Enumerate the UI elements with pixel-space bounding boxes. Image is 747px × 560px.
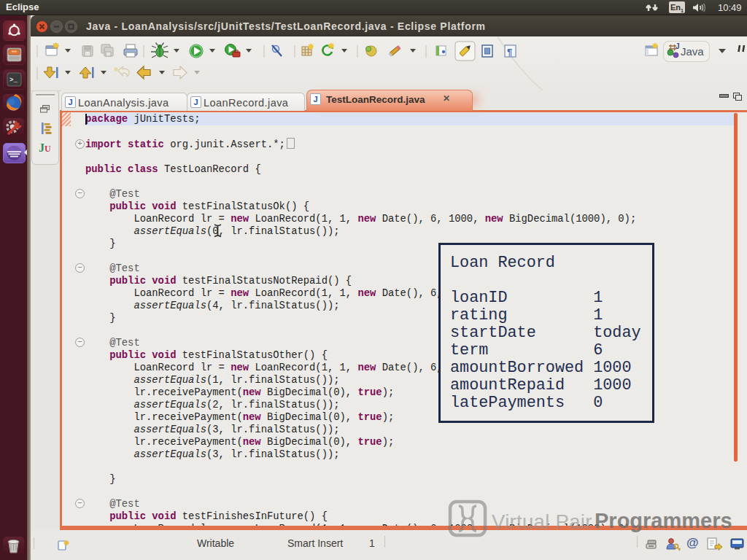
svg-text:J: J	[676, 42, 680, 50]
svg-text:Java: Java	[681, 45, 704, 58]
svg-text:>_: >_	[9, 77, 18, 84]
svg-text:¶: ¶	[507, 47, 512, 58]
